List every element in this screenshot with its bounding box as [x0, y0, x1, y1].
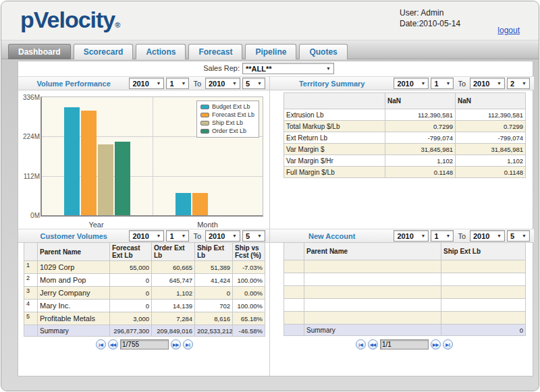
volume-performance-date-filters: 2010▼ 1▼ To 2010▼ 5▼	[129, 78, 265, 89]
last-page-button[interactable]: ▶|	[183, 339, 193, 349]
next-page-button[interactable]: ▶▶	[171, 339, 181, 349]
table-row: 5 Profitable Metals 3,000 7,284 8,616 65…	[24, 312, 265, 325]
last-page-button[interactable]: ▶|	[443, 339, 453, 349]
brand-text: pVelocity	[20, 7, 115, 32]
caret-down-icon: ▼	[232, 233, 237, 238]
bar-budget-ext-lb-year	[64, 107, 80, 215]
empty-cell	[441, 273, 526, 286]
caret-down-icon: ▼	[257, 233, 262, 238]
ts-to-year-select[interactable]: 2010▼	[470, 78, 505, 89]
ship-vs-fcst-cell: 100.00%	[233, 300, 265, 312]
order-cell: 7,284	[152, 312, 195, 325]
ts-to-label: To	[458, 80, 466, 88]
cv-from-month-select[interactable]: 1▼	[166, 230, 189, 242]
metric-value: -799,074	[385, 132, 456, 144]
y-tick-label: 336M	[20, 94, 40, 101]
parent-name-cell[interactable]: Profitable Metals	[38, 312, 110, 325]
legend-swatch-icon	[200, 113, 209, 117]
summary-label: Summary	[304, 325, 441, 336]
header-cell-ship: Ship Ext Lb	[195, 243, 233, 261]
first-page-button[interactable]: |◀	[96, 339, 106, 349]
next-page-button[interactable]: ▶▶	[431, 339, 441, 349]
vertical-divider	[269, 76, 270, 376]
na-to-year-select[interactable]: 2010▼	[470, 230, 505, 242]
first-page-button[interactable]: |◀	[356, 339, 366, 349]
metric-value: 112,390,581	[385, 109, 456, 121]
ts-to-month-select[interactable]: 2▼	[507, 78, 530, 89]
vp-to-year-select[interactable]: 2010▼	[205, 78, 240, 89]
parent-name-cell[interactable]: Mom and Pop	[38, 274, 110, 287]
app-window: pVelocity® User: Admin Date:2010-05-14 l…	[1, 1, 539, 391]
parent-name-cell[interactable]: Mary Inc.	[38, 300, 110, 312]
metric-value: 0.7299	[385, 121, 456, 132]
registered-mark: ®	[115, 21, 119, 29]
tab-dashboard[interactable]: Dashboard	[8, 44, 71, 59]
panel-title-customer-volumes: Customer Volumes	[18, 232, 129, 240]
ts-from-year-select[interactable]: 2010▼	[394, 78, 429, 89]
header-cell-forecast: Forecast Ext Lb	[110, 243, 152, 261]
table-row: Extrusion Lb 112,390,581 112,390,581	[284, 109, 526, 121]
summary-ship: 202,533,212	[195, 325, 233, 337]
sales-rep-label: Sales Rep:	[173, 64, 240, 72]
forecast-cell: 55,000	[110, 261, 152, 274]
empty-cell	[284, 299, 304, 312]
empty-cell	[441, 312, 526, 325]
table-row: Var Margin $/Hr 1,102 1,102	[284, 155, 526, 167]
ts-from-month-select[interactable]: 1▼	[431, 78, 454, 89]
vp-from-month-select[interactable]: 1▼	[166, 78, 189, 89]
header-cell-parent-name: Parent Name	[38, 243, 110, 261]
user-info: User: Admin Date:2010-05-14	[400, 7, 460, 29]
forecast-cell: 0	[110, 274, 152, 287]
table-header-row: NaN NaN	[284, 93, 526, 109]
prev-page-button[interactable]: ◀◀	[108, 339, 118, 349]
customer-volumes-date-filters: 2010▼ 1▼ To 2010▼ 5▼	[129, 230, 265, 242]
tab-scorecard[interactable]: Scorecard	[74, 44, 134, 59]
table-row: Total Markup $/Lb 0.7299 0.7299	[284, 121, 526, 132]
volume-performance-header: Volume Performance 2010▼ 1▼ To 2010▼ 5▼	[18, 76, 269, 90]
na-from-month-select[interactable]: 1▼	[431, 230, 454, 242]
sales-rep-select[interactable]: **ALL** ▼	[242, 63, 334, 74]
ship-cell: 0	[195, 287, 233, 300]
page-indicator-input[interactable]	[380, 339, 429, 349]
parent-name-cell[interactable]: 1029 Corp	[38, 261, 110, 274]
panel-title-new-account: New Account	[270, 232, 394, 240]
na-to-label: To	[458, 232, 466, 240]
logout-link[interactable]: logout	[497, 26, 520, 35]
legend-swatch-icon	[200, 121, 209, 125]
tab-actions[interactable]: Actions	[136, 44, 186, 59]
header-cell-blank	[284, 93, 385, 109]
metric-label: Extrusion Lb	[284, 109, 385, 121]
parent-name-cell[interactable]: Jerry Company	[38, 287, 110, 300]
y-tick-label: 224M	[20, 133, 40, 140]
table-row	[284, 312, 526, 325]
order-cell: 1,102	[152, 287, 195, 300]
prev-page-button[interactable]: ◀◀	[368, 339, 378, 349]
table-row: Var Margin $ 31,845,981 31,845,981	[284, 144, 526, 155]
cv-to-month-select[interactable]: 5▼	[242, 230, 265, 242]
header-cell-ship: Ship Ext Lb	[441, 243, 526, 260]
y-tick-label: 0M	[20, 212, 40, 219]
customer-volumes-table: Parent Name Forecast Ext Lb Order Ext Lb…	[24, 242, 265, 337]
tab-quotes[interactable]: Quotes	[299, 44, 347, 59]
vp-from-year-select[interactable]: 2010▼	[129, 78, 164, 89]
empty-cell	[304, 260, 441, 273]
vp-to-month-select[interactable]: 5▼	[242, 78, 265, 89]
na-from-year-select[interactable]: 2010▼	[394, 230, 429, 242]
table-row: Full Margin $/Lb 0.1148 0.1148	[284, 167, 526, 178]
cv-from-year-select[interactable]: 2010▼	[129, 230, 164, 242]
vp-from-year-value: 2010	[132, 80, 148, 88]
legend-label: Ship Ext Lb	[212, 119, 243, 126]
tab-forecast[interactable]: Forecast	[188, 44, 242, 59]
x-axis-label-month: Month	[152, 221, 263, 229]
caret-down-icon: ▼	[421, 233, 425, 238]
empty-cell	[304, 312, 441, 325]
tab-pipeline[interactable]: Pipeline	[245, 44, 296, 59]
territory-summary-table: NaN NaN Extrusion Lb 112,390,581 112,390…	[284, 92, 526, 178]
metric-value: 0.7299	[456, 121, 526, 132]
legend-label: Order Ext Lb	[212, 128, 246, 134]
metric-value: 0.1148	[385, 167, 456, 178]
header-cell-ship-vs-fcst: Ship vs Fcst (%)	[233, 243, 265, 261]
cv-to-year-select[interactable]: 2010▼	[205, 230, 240, 242]
na-to-month-select[interactable]: 5▼	[507, 230, 530, 242]
page-indicator-input[interactable]	[120, 339, 169, 349]
